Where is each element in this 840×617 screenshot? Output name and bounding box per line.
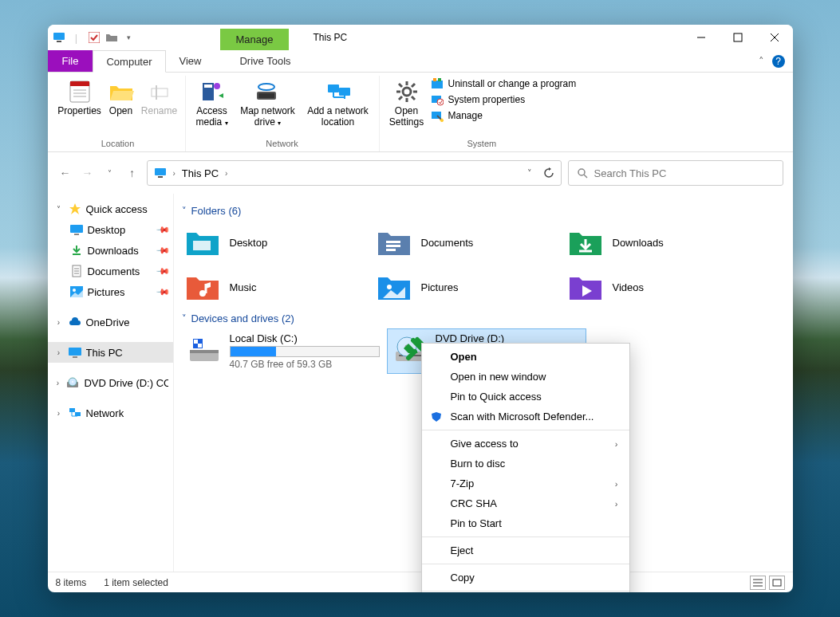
drive-local-c[interactable]: Local Disk (C:) 40.7 GB free of 59.3 GB: [182, 329, 380, 373]
cm-open[interactable]: Open: [422, 347, 629, 367]
svg-point-68: [199, 290, 206, 297]
details-view-button[interactable]: [750, 576, 766, 590]
folder-downloads[interactable]: Downloads: [565, 222, 748, 263]
navigation-pane: ˅ Quick access Desktop 📌 Downloads 📌 Doc…: [48, 194, 174, 572]
tree-pictures[interactable]: Pictures 📌: [48, 281, 173, 302]
manage-button[interactable]: Manage: [431, 109, 577, 122]
tab-drive-tools[interactable]: Drive Tools: [226, 50, 304, 72]
nav-address-row: ← → ˅ ↑ › This PC › ˅ Search This PC: [48, 152, 793, 194]
ribbon-group-network: Access media ▾ Map network drive ▾ Add a…: [186, 76, 380, 151]
tree-label: Network: [86, 407, 124, 419]
help-icon[interactable]: ?: [772, 55, 785, 68]
pin-icon: 📌: [155, 242, 170, 257]
svg-rect-2: [89, 32, 100, 43]
tab-view[interactable]: View: [166, 50, 215, 72]
tree-quick-access[interactable]: ˅ Quick access: [48, 198, 173, 219]
group-header-folders[interactable]: ˅ Folders (6): [177, 200, 790, 222]
up-button[interactable]: ↑: [124, 167, 140, 179]
forward-button[interactable]: →: [80, 167, 96, 179]
qat-menu-icon[interactable]: ▾: [123, 31, 136, 44]
group-header-drives[interactable]: ˅ Devices and drives (2): [177, 308, 790, 329]
cm-copy[interactable]: Copy: [422, 568, 629, 588]
cm-give-access[interactable]: Give access to›: [422, 434, 629, 454]
chevron-right-icon: ›: [615, 479, 618, 489]
cm-scan-defender[interactable]: Scan with Microsoft Defender...: [422, 407, 629, 426]
search-icon: [577, 167, 588, 179]
tree-onedrive[interactable]: › OneDrive: [48, 312, 173, 332]
address-dropdown-icon[interactable]: ˅: [527, 168, 532, 179]
svg-rect-8: [70, 81, 89, 86]
tree-label: Documents: [88, 265, 140, 277]
svg-point-43: [578, 169, 585, 175]
chevron-right-icon[interactable]: ›: [225, 169, 227, 178]
expand-icon[interactable]: ›: [54, 318, 64, 327]
svg-rect-64: [386, 241, 400, 243]
properties-label: Properties: [57, 106, 101, 117]
svg-rect-74: [198, 344, 202, 348]
cm-separator: [422, 536, 629, 537]
tree-dvd-drive[interactable]: › DVD Drive (D:) CCCC: [48, 372, 173, 393]
search-input[interactable]: Search This PC: [568, 160, 783, 186]
map-drive-button[interactable]: Map network drive ▾: [234, 76, 302, 132]
breadcrumb-this-pc[interactable]: This PC: [182, 167, 219, 179]
cm-pin-quick-access[interactable]: Pin to Quick access: [422, 387, 629, 407]
document-icon: [70, 265, 83, 277]
cm-separator: [422, 591, 629, 591]
checkbox-icon[interactable]: [88, 31, 101, 44]
tree-desktop[interactable]: Desktop 📌: [48, 219, 173, 240]
expand-icon[interactable]: ›: [54, 409, 64, 418]
svg-rect-55: [73, 356, 77, 358]
manage-tab-label[interactable]: Manage: [220, 29, 290, 50]
cm-open-new-window[interactable]: Open in new window: [422, 367, 629, 387]
folder-music[interactable]: Music: [182, 266, 365, 308]
star-icon: [69, 202, 81, 215]
uninstall-button[interactable]: Uninstall or change a program: [431, 77, 577, 90]
close-button[interactable]: [756, 25, 793, 50]
chevron-right-icon[interactable]: ›: [173, 169, 175, 178]
collapse-icon[interactable]: ˅: [54, 205, 64, 214]
chevron-down-icon: ˅: [182, 206, 187, 216]
cm-pin-start[interactable]: Pin to Start: [422, 513, 629, 533]
tree-downloads[interactable]: Downloads 📌: [48, 240, 173, 261]
file-tab[interactable]: File: [48, 50, 93, 72]
access-media-button[interactable]: Access media ▾: [192, 76, 232, 132]
tree-documents[interactable]: Documents 📌: [48, 261, 173, 281]
expand-icon[interactable]: ›: [54, 379, 62, 387]
context-menu: Open Open in new window Pin to Quick acc…: [421, 343, 630, 592]
recent-locations-button[interactable]: ˅: [102, 169, 118, 178]
tree-network[interactable]: › Network: [48, 403, 173, 423]
add-location-button[interactable]: Add a network location: [304, 76, 373, 132]
folder-dropdown-icon[interactable]: [105, 31, 118, 44]
collapse-ribbon-icon[interactable]: ˄: [759, 55, 764, 67]
status-bar: 8 items 1 item selected: [48, 572, 793, 592]
svg-rect-59: [69, 408, 75, 412]
tab-computer[interactable]: Computer: [93, 50, 165, 73]
folder-desktop[interactable]: Desktop: [182, 222, 365, 263]
cm-7zip[interactable]: 7-Zip›: [422, 474, 629, 493]
address-bar[interactable]: › This PC › ˅: [147, 160, 562, 186]
cm-crc-sha[interactable]: CRC SHA›: [422, 493, 629, 513]
properties-button[interactable]: Properties: [57, 76, 102, 120]
open-settings-button[interactable]: Open Settings: [386, 76, 428, 132]
network-location-icon: [325, 79, 351, 104]
svg-rect-71: [190, 350, 219, 353]
open-button[interactable]: Open: [104, 76, 139, 120]
minimize-button[interactable]: [683, 25, 720, 50]
back-button[interactable]: ←: [57, 167, 73, 179]
rename-button: Rename: [140, 76, 179, 120]
folder-pictures[interactable]: Pictures: [373, 266, 557, 308]
tiles-view-button[interactable]: [769, 576, 785, 590]
cm-burn-disc[interactable]: Burn to disc: [422, 454, 629, 474]
tree-this-pc[interactable]: › This PC: [48, 342, 173, 363]
tree-label: Downloads: [88, 245, 139, 257]
tree-label: DVD Drive (D:) CCCC: [84, 377, 168, 389]
cm-eject[interactable]: Eject: [422, 540, 629, 560]
folder-videos[interactable]: Videos: [565, 266, 748, 308]
drive-capacity-bar: [230, 346, 380, 357]
sys-props-button[interactable]: System properties: [431, 93, 577, 106]
maximize-button[interactable]: [720, 25, 756, 50]
svg-rect-20: [328, 84, 339, 92]
folder-documents[interactable]: Documents: [373, 222, 557, 263]
refresh-icon[interactable]: [543, 167, 554, 179]
expand-icon[interactable]: ›: [54, 348, 64, 357]
